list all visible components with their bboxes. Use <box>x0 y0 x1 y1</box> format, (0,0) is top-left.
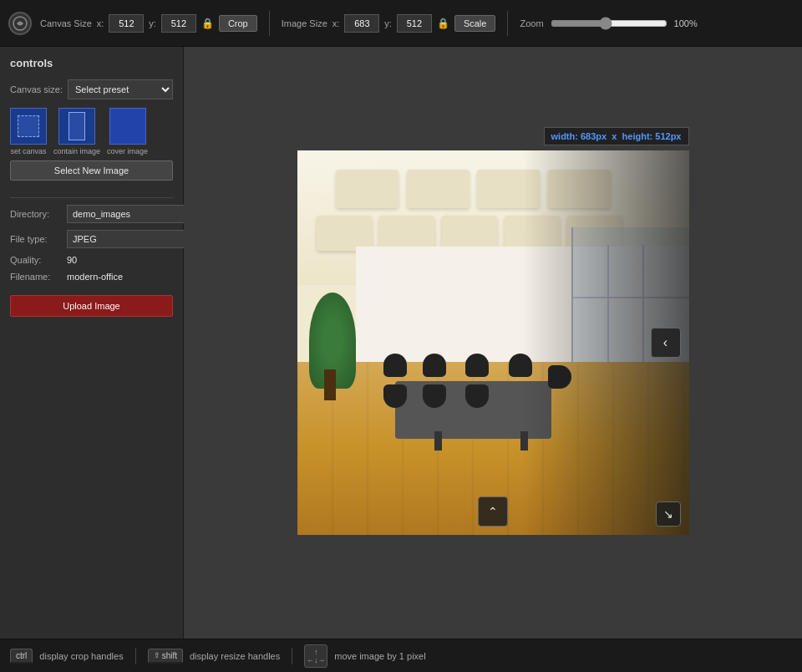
canvas-x-label: x: <box>97 18 104 28</box>
upload-image-button[interactable]: Upload Image <box>10 295 173 317</box>
filename-value: modern-office <box>67 272 123 282</box>
crop-handles-label: display crop handles <box>39 651 123 661</box>
main-layout: controls Canvas size: Select preset set … <box>0 47 802 639</box>
ceiling-panel-2 <box>407 170 470 208</box>
tooltip-x: x <box>612 131 617 141</box>
ctrl-key: ctrl <box>10 649 33 664</box>
filename-label: Filename: <box>10 272 62 282</box>
filetype-label: File type: <box>10 234 62 244</box>
image-size-label: Image Size <box>282 18 327 28</box>
quality-label: Quality: <box>10 255 62 265</box>
filetype-input[interactable] <box>67 230 194 248</box>
canvas-size-sidebar-label: Canvas size: <box>10 84 63 94</box>
bottombar: ctrl display crop handles ⇧ shift displa… <box>0 639 802 672</box>
table-leg-2 <box>520 431 528 451</box>
canvas-area[interactable]: width: 683px x height: 512px <box>184 47 802 639</box>
zoom-value: 100% <box>674 18 706 28</box>
select-new-image-button[interactable]: Select New Image <box>10 160 173 181</box>
shift-key: ⇧ shift <box>148 649 183 664</box>
image-size-group: Image Size x: y: 🔒 Scale <box>282 14 496 33</box>
ctrl-label: ctrl <box>16 651 27 660</box>
zoom-group: Zoom 100% <box>520 17 705 30</box>
directory-input[interactable] <box>67 205 194 223</box>
sidebar-divider <box>10 197 173 198</box>
ceiling-panel-6 <box>379 216 434 250</box>
chair-6 <box>383 384 407 408</box>
app-logo <box>8 12 32 35</box>
arrow-up-icon: ↑ <box>314 648 318 656</box>
thumb-cover-box[interactable] <box>109 108 146 145</box>
image-lock-icon[interactable]: 🔒 <box>437 18 449 29</box>
chair-2 <box>423 354 446 377</box>
img-y-label: y: <box>384 18 392 28</box>
thumb-set-canvas[interactable]: set canvas <box>10 108 47 155</box>
shift-label: shift <box>162 651 177 660</box>
panel-title: controls <box>10 57 173 69</box>
thumb-contain-box[interactable] <box>58 108 95 145</box>
canvas-y-input[interactable] <box>161 14 196 33</box>
filetype-row: File type: <box>10 230 173 248</box>
chair-3 <box>465 354 489 377</box>
arrow-down-icon: ←↓→ <box>307 656 326 664</box>
width-label: width: <box>551 131 578 141</box>
thumb-set-canvas-box[interactable] <box>10 108 47 145</box>
bottom-sep-2 <box>292 648 292 664</box>
topbar-separator-1 <box>269 11 270 36</box>
thumb-inner-contain <box>69 112 85 140</box>
directory-row: Directory: <box>10 205 173 223</box>
thumb-contain-image[interactable]: contain image <box>53 108 100 155</box>
thumb-cover-label: cover image <box>107 147 148 155</box>
image-y-input[interactable] <box>397 14 432 33</box>
sidebar: controls Canvas size: Select preset set … <box>0 47 184 639</box>
thumb-inner-set <box>18 115 39 137</box>
quality-row: Quality: 90 <box>10 255 173 265</box>
canvas-image[interactable] <box>297 150 689 535</box>
resize-handle[interactable]: ↘ <box>656 501 681 527</box>
thumb-inner-cover <box>110 109 146 145</box>
scale-button[interactable]: Scale <box>454 15 496 32</box>
canvas-x-input[interactable] <box>109 14 144 33</box>
image-container: width: 683px x height: 512px <box>297 150 689 535</box>
preset-select[interactable]: Select preset <box>68 79 173 99</box>
height-label: height: <box>622 131 653 141</box>
chair-7 <box>423 384 446 408</box>
move-label: move image by 1 pixel <box>334 651 425 661</box>
bottom-sep-1 <box>135 648 136 664</box>
resize-handles-label: display resize handles <box>190 651 280 661</box>
office-scene <box>297 150 689 535</box>
image-x-input[interactable] <box>344 14 379 33</box>
img-x-label: x: <box>332 18 340 28</box>
chair-1 <box>383 354 407 377</box>
canvas-size-preset-row: Canvas size: Select preset <box>10 79 173 99</box>
width-value: 683px <box>581 131 607 141</box>
thumbnail-row: set canvas contain image cover image <box>10 108 173 155</box>
table-leg-1 <box>434 431 442 451</box>
canvas-y-label: y: <box>149 18 156 28</box>
canvas-size-label: Canvas Size <box>40 18 92 28</box>
topbar: Canvas Size x: y: 🔒 Crop Image Size x: y… <box>0 0 802 47</box>
plant-stem <box>324 369 336 400</box>
thumb-set-label: set canvas <box>10 147 46 155</box>
arrow-keys-icon: ↑ ←↓→ <box>304 644 327 668</box>
ceiling-panel-4 <box>548 170 611 208</box>
ceiling-panel-3 <box>477 170 540 208</box>
canvas-lock-icon[interactable]: 🔒 <box>201 18 214 29</box>
size-tooltip: width: 683px x height: 512px <box>544 127 689 145</box>
scroll-right-button[interactable]: ‹ <box>651 328 681 358</box>
scroll-bottom-button[interactable]: ⌃ <box>478 496 508 527</box>
directory-label: Directory: <box>10 209 62 219</box>
filename-row: Filename: modern-office <box>10 272 173 282</box>
height-value: 512px <box>655 131 681 141</box>
ceiling-panel-1 <box>336 170 398 208</box>
thumb-contain-label: contain image <box>53 147 100 155</box>
zoom-label: Zoom <box>520 18 543 28</box>
zoom-slider[interactable] <box>551 17 667 30</box>
crop-button[interactable]: Crop <box>219 15 257 32</box>
canvas-size-group: Canvas Size x: y: 🔒 Crop <box>40 14 257 33</box>
ceiling-panel-7 <box>442 216 497 250</box>
ceiling-panel-8 <box>505 216 560 250</box>
shift-arrow-icon: ⇧ <box>154 651 160 659</box>
quality-value: 90 <box>67 255 77 265</box>
thumb-cover-image[interactable]: cover image <box>107 108 148 155</box>
topbar-separator-2 <box>507 11 508 36</box>
